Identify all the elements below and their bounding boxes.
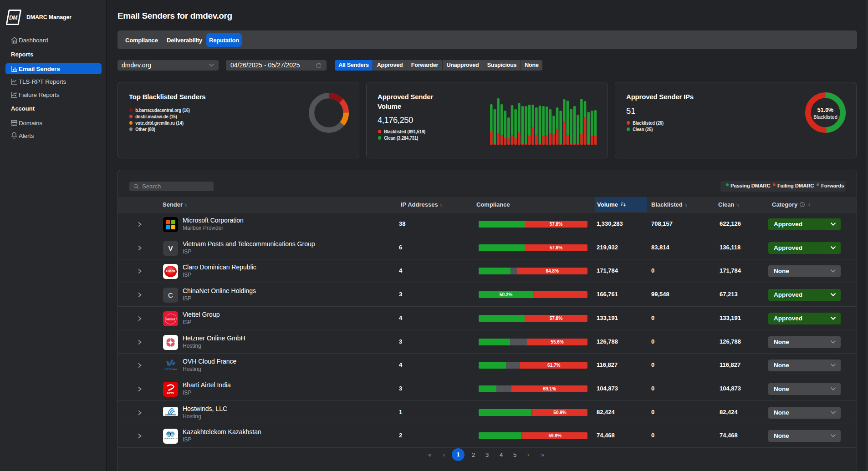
svg-text:.com: .com — [171, 367, 177, 370]
svg-text:OVH: OVH — [164, 367, 171, 370]
svg-text:viettel: viettel — [166, 318, 175, 321]
svg-text:DM: DM — [9, 15, 18, 21]
svg-text:Hostwinds: Hostwinds — [165, 414, 176, 416]
svg-text:KAZAKHTELECOM: KAZAKHTELECOM — [164, 438, 178, 440]
svg-text:airtel: airtel — [167, 391, 174, 395]
